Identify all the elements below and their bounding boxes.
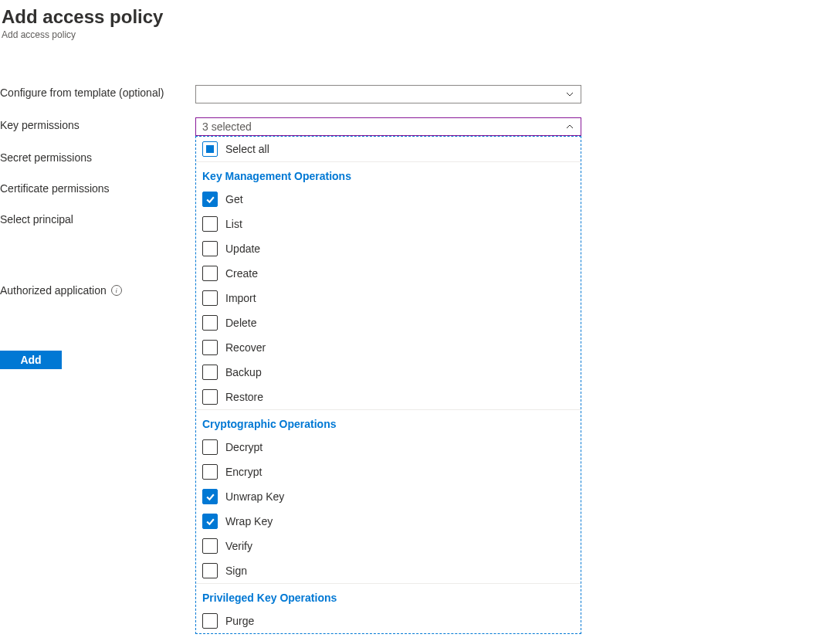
checkbox-icon [202, 563, 218, 578]
option-create[interactable]: Create [196, 261, 581, 286]
add-button[interactable]: Add [0, 351, 62, 369]
checkbox-icon [202, 365, 218, 380]
info-icon[interactable]: i [111, 285, 122, 296]
option-label: Backup [225, 366, 262, 378]
option-wrap-key[interactable]: Wrap Key [196, 509, 581, 534]
option-decrypt[interactable]: Decrypt [196, 435, 581, 460]
chevron-down-icon [565, 90, 574, 99]
option-select-all[interactable]: Select all [196, 137, 581, 161]
option-label: Encrypt [225, 466, 262, 478]
checkbox-icon [202, 613, 218, 629]
key-permissions-panel: Select all Key Management Operations Get… [195, 136, 581, 634]
chevron-up-icon [565, 122, 574, 131]
option-restore[interactable]: Restore [196, 385, 581, 409]
key-permissions-dropdown-value: 3 selected [202, 120, 252, 133]
option-unwrap-key[interactable]: Unwrap Key [196, 484, 581, 509]
option-label: Select all [225, 143, 269, 155]
option-delete[interactable]: Delete [196, 310, 581, 335]
checkbox-icon [202, 290, 218, 306]
template-dropdown[interactable] [195, 85, 581, 103]
checkbox-icon [202, 266, 218, 281]
label-secret-permissions: Secret permissions [0, 150, 195, 165]
checkbox-icon [202, 464, 218, 480]
option-sign[interactable]: Sign [196, 558, 581, 583]
option-label: Recover [225, 341, 266, 354]
checkbox-checked-icon [202, 192, 218, 207]
label-configure-template: Configure from template (optional) [0, 85, 195, 99]
label-authorized-application: Authorized application i [0, 283, 195, 297]
checkbox-icon [202, 340, 218, 355]
checkbox-icon [202, 439, 218, 455]
option-label: Get [225, 193, 243, 205]
label-authorized-application-text: Authorized application [0, 284, 107, 297]
key-permissions-dropdown[interactable]: 3 selected [195, 117, 581, 136]
checkbox-icon [202, 216, 218, 232]
checkbox-icon [202, 315, 218, 331]
option-label: Delete [225, 317, 256, 329]
option-label: Create [225, 267, 258, 280]
option-recover[interactable]: Recover [196, 335, 581, 360]
option-label: Decrypt [225, 441, 262, 453]
option-update[interactable]: Update [196, 236, 581, 261]
checkbox-checked-icon [202, 489, 218, 504]
option-encrypt[interactable]: Encrypt [196, 460, 581, 484]
section-key-management: Key Management Operations [196, 161, 581, 187]
section-privileged: Privileged Key Operations [196, 583, 581, 609]
checkbox-indeterminate-icon [202, 141, 218, 157]
option-label: List [225, 218, 242, 230]
option-label: Import [225, 292, 256, 304]
checkbox-checked-icon [202, 514, 218, 529]
option-get[interactable]: Get [196, 187, 581, 212]
option-label: Sign [225, 565, 247, 577]
option-list[interactable]: List [196, 212, 581, 236]
option-label: Unwrap Key [225, 490, 284, 503]
label-key-permissions: Key permissions [0, 117, 195, 133]
checkbox-icon [202, 241, 218, 256]
page-title: Add access policy [2, 6, 838, 28]
label-certificate-permissions: Certificate permissions [0, 181, 195, 196]
option-label: Purge [225, 615, 254, 627]
checkbox-icon [202, 389, 218, 405]
option-label: Wrap Key [225, 515, 273, 527]
option-verify[interactable]: Verify [196, 534, 581, 558]
checkbox-icon [202, 538, 218, 554]
label-select-principal: Select principal [0, 212, 195, 227]
section-cryptographic: Cryptographic Operations [196, 409, 581, 435]
option-label: Restore [225, 391, 263, 403]
option-purge[interactable]: Purge [196, 609, 581, 633]
option-label: Verify [225, 540, 252, 552]
option-backup[interactable]: Backup [196, 360, 581, 385]
breadcrumb: Add access policy [2, 29, 838, 40]
option-import[interactable]: Import [196, 286, 581, 310]
option-label: Update [225, 242, 260, 255]
